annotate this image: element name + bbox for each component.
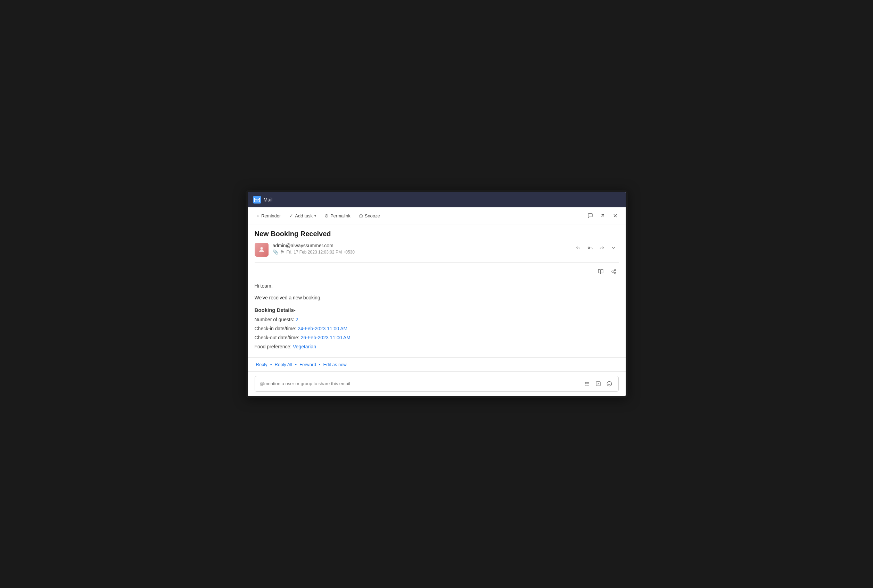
checkin-label: Check-in date/time: xyxy=(255,326,297,332)
add-task-button[interactable]: ✓ Add task ▾ xyxy=(285,211,320,220)
dot-separator-3: ● xyxy=(319,363,321,366)
checkout-label: Check-out date/time: xyxy=(255,335,300,340)
checkmark-icon: ✓ xyxy=(289,213,293,219)
reminder-button[interactable]: ○ Reminder xyxy=(253,211,285,220)
reply-all-action[interactable]: Reply All xyxy=(273,361,294,368)
forward-button-icon[interactable] xyxy=(597,243,607,252)
food-value[interactable]: Vegetarian xyxy=(293,344,316,350)
email-header: New Booking Received admin@alwayssummer.… xyxy=(248,224,626,260)
checkin-value[interactable]: 24-Feb-2023 11:00 AM xyxy=(298,326,347,332)
guests-detail: Number of guests: 2 xyxy=(255,316,619,324)
email-window: Mail ○ Reminder ✓ Add task ▾ ⊘ Permalink… xyxy=(246,190,628,398)
toolbar-right xyxy=(585,211,620,220)
svg-point-15 xyxy=(607,381,611,386)
booking-title: Booking Details- xyxy=(255,306,619,315)
expand-icon-button[interactable] xyxy=(598,211,608,220)
comment-input[interactable] xyxy=(260,381,580,386)
checkout-detail: Check-out date/time: 26-Feb-2023 11:00 A… xyxy=(255,334,619,342)
toolbar: ○ Reminder ✓ Add task ▾ ⊘ Permalink ◷ Sn… xyxy=(248,207,626,224)
edit-as-new-action[interactable]: Edit as new xyxy=(322,361,348,368)
reply-action[interactable]: Reply xyxy=(255,361,269,368)
dropdown-arrow-icon: ▾ xyxy=(314,214,316,218)
guests-label: Number of guests: xyxy=(255,317,294,322)
sender-info: admin@alwayssummer.com 📎 ⚑ Fri, 17 Feb 2… xyxy=(255,243,355,256)
dot-separator-2: ● xyxy=(295,363,297,366)
share-icon-button[interactable] xyxy=(609,267,619,276)
svg-line-9 xyxy=(613,272,615,273)
food-detail: Food preference: Vegetarian xyxy=(255,343,619,351)
email-date: Fri, 17 Feb 2023 12:03:02 PM +0530 xyxy=(286,250,355,255)
avatar xyxy=(255,243,268,256)
svg-point-5 xyxy=(261,248,262,250)
svg-line-10 xyxy=(613,270,615,272)
extra-icons-row xyxy=(248,266,626,279)
svg-point-8 xyxy=(615,273,616,274)
email-subject: New Booking Received xyxy=(255,230,619,238)
reply-button-icon[interactable] xyxy=(573,243,583,252)
checklist-icon-button[interactable] xyxy=(583,380,591,388)
header-divider xyxy=(255,262,619,262)
greeting: Hi team, xyxy=(255,282,619,290)
clock-icon: ◷ xyxy=(359,213,363,219)
task-check-icon-button[interactable] xyxy=(594,380,602,388)
reminder-icon: ○ xyxy=(257,213,260,219)
more-options-button[interactable] xyxy=(609,243,619,252)
close-icon-button[interactable] xyxy=(610,211,620,220)
forward-action[interactable]: Forward xyxy=(298,361,318,368)
checkin-detail: Check-in date/time: 24-Feb-2023 11:00 AM xyxy=(255,325,619,333)
reminder-label: Reminder xyxy=(261,213,281,219)
chat-icon-button[interactable] xyxy=(585,211,595,220)
sender-meta: 📎 ⚑ Fri, 17 Feb 2023 12:03:02 PM +0530 xyxy=(273,249,355,255)
link-icon: ⊘ xyxy=(324,213,328,219)
comment-bar xyxy=(255,376,619,392)
reply-all-button-icon[interactable] xyxy=(585,243,595,252)
emoji-icon-button[interactable] xyxy=(605,380,614,388)
dot-separator-1: ● xyxy=(270,363,272,366)
email-body: Hi team, We've received a new booking. B… xyxy=(248,279,626,357)
flag-icon: ⚑ xyxy=(280,249,285,255)
sender-row: admin@alwayssummer.com 📎 ⚑ Fri, 17 Feb 2… xyxy=(255,243,619,256)
action-links: Reply ● Reply All ● Forward ● Edit as ne… xyxy=(248,357,626,372)
svg-point-7 xyxy=(612,271,613,272)
snooze-label: Snooze xyxy=(365,213,380,219)
svg-point-6 xyxy=(615,270,616,271)
snooze-button[interactable]: ◷ Snooze xyxy=(356,211,384,220)
intro: We've received a new booking. xyxy=(255,294,619,302)
add-task-label: Add task xyxy=(295,213,313,219)
title-bar: Mail xyxy=(248,192,626,207)
checkout-value[interactable]: 26-Feb-2023 11:00 AM xyxy=(301,335,351,340)
paperclip-icon: 📎 xyxy=(273,249,278,255)
sender-email: admin@alwayssummer.com xyxy=(273,243,355,248)
app-logo xyxy=(253,196,261,204)
app-title: Mail xyxy=(264,197,273,202)
permalink-button[interactable]: ⊘ Permalink xyxy=(321,211,354,220)
food-label: Food preference: xyxy=(255,344,292,350)
sender-details: admin@alwayssummer.com 📎 ⚑ Fri, 17 Feb 2… xyxy=(273,243,355,255)
comment-icons xyxy=(583,380,614,388)
permalink-label: Permalink xyxy=(330,213,351,219)
reply-icons xyxy=(573,243,619,252)
guests-value[interactable]: 2 xyxy=(296,317,298,322)
book-icon-button[interactable] xyxy=(596,267,606,276)
